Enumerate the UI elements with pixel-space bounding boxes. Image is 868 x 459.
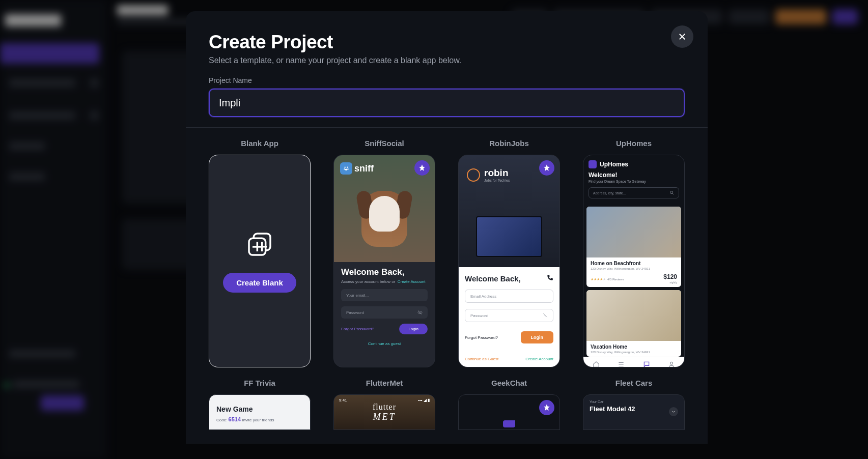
template-fftrivia: FF Trivia New Game Code: 6514 Invite you… (209, 379, 311, 430)
car-model: Fleet Model 42 (590, 405, 678, 413)
listing-image (586, 207, 681, 257)
template-title: RobinJobs (489, 139, 529, 148)
expand-button (669, 407, 678, 416)
template-title: SniffSocial (365, 139, 404, 148)
template-uphomes: UpHomes UpHomes Welcome! Find your Dream… (583, 139, 685, 367)
new-game-heading: New Game (216, 405, 303, 413)
svg-point-3 (347, 167, 348, 168)
search-icon (669, 190, 675, 195)
create-project-modal: Create Project Select a template, or nam… (186, 11, 708, 444)
listing-card: Vacation Home 123 Disney Way, Willingmin… (586, 290, 681, 357)
template-title: FlutterMet (366, 379, 403, 387)
template-fluttermet: FlutterMet 9:41••• ◢ ▮ flutter MET (333, 379, 435, 430)
star-icon (543, 164, 551, 172)
template-card-sniffsocial[interactable]: sniff Welcome Back, Access your account … (333, 155, 435, 367)
featured-badge (539, 400, 554, 415)
logo-icon (589, 160, 597, 168)
listing-card: Home on Beachfront 123 Disney Way, Willi… (586, 207, 681, 287)
robin-logo: robinJobs for Techies (467, 167, 510, 182)
bottom-nav (583, 357, 684, 367)
uphomes-logo: UpHomes (589, 160, 679, 168)
create-account-link: Create Account (398, 279, 426, 284)
create-account-link: Create Account (525, 357, 553, 361)
star-icon (418, 164, 426, 172)
templates-grid: Blank App Create Blank SniffSocial sniff (186, 128, 708, 379)
create-blank-button[interactable]: Create Blank (223, 273, 296, 293)
template-geekchat: GeekChat (458, 379, 560, 430)
eye-off-icon (417, 310, 423, 315)
add-stack-icon (245, 230, 274, 259)
svg-point-5 (347, 168, 348, 169)
chevron-down-icon (671, 409, 676, 414)
phone-icon (546, 274, 553, 281)
template-card-geekchat[interactable] (458, 394, 560, 430)
chat-logo-icon (503, 420, 515, 427)
close-button[interactable] (671, 25, 693, 48)
forgot-password-link: Forgot Password? (465, 335, 498, 340)
globe-icon (467, 168, 480, 182)
welcome-heading: Welcome Back, (465, 274, 521, 283)
sniff-logo: sniff (340, 162, 374, 175)
template-title: GeekChat (491, 379, 527, 387)
welcome-heading: Welcome Back, (341, 267, 428, 277)
signal-icons: ••• ◢ ▮ (418, 398, 430, 403)
modal-subtitle: Select a template, or name your project … (209, 56, 685, 65)
star-rating: ★★★★★ (591, 277, 606, 281)
template-sniffsocial: SniffSocial sniff Welcome Back, Access y… (333, 139, 435, 367)
email-field: Email Address (465, 290, 553, 303)
featured-badge (414, 160, 430, 176)
svg-point-2 (345, 167, 346, 168)
continue-guest-link: Continue as Guest (465, 357, 498, 361)
modal-title: Create Project (209, 32, 685, 53)
login-button: Login (521, 331, 554, 343)
forgot-password-link: Forgot Password? (341, 327, 374, 331)
project-name-label: Project Name (209, 76, 685, 84)
close-icon (678, 32, 687, 41)
search-field: Address, city, state... (589, 187, 679, 198)
template-card-fftrivia[interactable]: New Game Code: 6514 Invite your friends (209, 394, 311, 430)
svg-point-7 (670, 191, 673, 194)
template-title: Fleet Cars (615, 379, 653, 387)
template-card-fleetcars[interactable]: Your Car Fleet Model 42 (583, 394, 685, 430)
svg-point-6 (345, 169, 348, 171)
email-field: Your email... (341, 289, 428, 301)
game-code: 6514 (229, 416, 241, 422)
laptop-image (471, 216, 547, 267)
template-robinjobs: RobinJobs robinJobs for Techies Welcome … (458, 139, 560, 367)
featured-badge (539, 160, 554, 176)
star-icon (543, 404, 551, 412)
password-field: Password (465, 309, 553, 322)
list-icon (618, 361, 625, 368)
password-field: Password (341, 306, 428, 319)
listing-image (586, 290, 681, 341)
home-icon (593, 361, 600, 368)
user-icon (668, 361, 675, 368)
eye-off-icon (543, 313, 548, 318)
template-card-robinjobs[interactable]: robinJobs for Techies Welcome Back, Emai… (458, 155, 560, 367)
template-fleetcars: Fleet Cars Your Car Fleet Model 42 (583, 379, 685, 430)
templates-grid-row2: FF Trivia New Game Code: 6514 Invite you… (186, 379, 708, 430)
login-button: Login (399, 324, 428, 334)
template-title: UpHomes (616, 139, 652, 148)
template-title: Blank App (241, 139, 278, 148)
chat-icon (643, 361, 650, 368)
svg-point-8 (670, 362, 673, 364)
template-card-uphomes[interactable]: UpHomes Welcome! Find your Dream Space T… (583, 155, 685, 367)
svg-point-4 (344, 168, 345, 169)
dog-image (354, 181, 415, 257)
template-card-blank[interactable]: Create Blank (209, 155, 311, 367)
project-name-input[interactable] (209, 89, 685, 117)
template-card-fluttermet[interactable]: 9:41••• ◢ ▮ flutter MET (333, 394, 435, 430)
continue-guest-link: Continue as guest (341, 341, 428, 346)
template-blank: Blank App Create Blank (209, 139, 311, 367)
template-title: FF Trivia (244, 379, 275, 387)
paw-icon (340, 162, 352, 175)
welcome-heading: Welcome! (589, 171, 679, 179)
